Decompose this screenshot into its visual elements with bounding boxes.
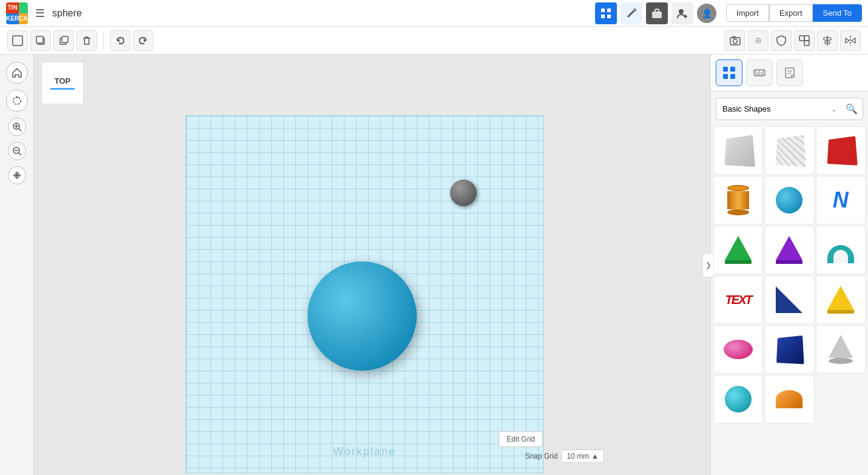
mirror-icon [844, 35, 856, 47]
shape-arch[interactable] [816, 226, 866, 274]
menu-icon[interactable]: ☰ [35, 7, 45, 20]
rotate-view-button[interactable] [6, 90, 28, 112]
camera-tool-button[interactable] [725, 30, 745, 51]
logo-ker: KER [6, 13, 19, 24]
workplane-label: Workplane [333, 445, 396, 458]
design-name[interactable]: sphere [52, 8, 590, 19]
delete-button[interactable] [76, 30, 97, 51]
fit-view-button[interactable] [8, 166, 26, 184]
shape-pyramid-green[interactable] [713, 226, 763, 274]
shield-tool-button[interactable] [771, 30, 792, 51]
red-cube-visual [827, 136, 858, 165]
svg-rect-9 [13, 36, 22, 45]
cone-shape [829, 335, 853, 358]
logo-tin: TIN [6, 2, 19, 13]
duplicate-icon [58, 35, 69, 46]
shape-3d-text[interactable]: TEXT [713, 275, 763, 324]
notes-panel-tab[interactable] [776, 59, 803, 86]
edit-grid-button[interactable]: Edit Grid [499, 431, 543, 447]
shield-icon [775, 35, 787, 47]
svg-rect-47 [730, 67, 735, 72]
undo-button[interactable] [110, 30, 130, 51]
shape-letter-n[interactable]: N [816, 176, 866, 224]
cone-base [829, 358, 853, 364]
shape-box-hatch[interactable] [764, 126, 814, 175]
cylinder-bottom [727, 209, 749, 215]
duplicate-button[interactable] [53, 30, 74, 51]
shape-sphere[interactable] [764, 176, 814, 224]
svg-rect-46 [723, 67, 728, 72]
workplane[interactable]: Workplane [186, 115, 543, 473]
category-dropdown-arrow[interactable]: ⌄ [827, 105, 841, 113]
app-logo[interactable]: TIN KER CAD [6, 2, 28, 24]
group-tool-button[interactable] [794, 30, 815, 51]
wedge-shape [776, 286, 802, 313]
briefcase-icon [651, 7, 663, 19]
home-icon [12, 67, 22, 78]
logo-cad: CAD [19, 13, 28, 24]
hammer-button[interactable] [621, 2, 642, 24]
view-cube[interactable]: TOP [41, 62, 84, 104]
svg-rect-49 [730, 74, 735, 79]
zoom-out-button[interactable] [8, 142, 26, 160]
svg-point-17 [733, 39, 738, 43]
add-person-button[interactable] [671, 2, 693, 24]
shape-red-cube[interactable] [816, 126, 866, 175]
snap-grid-arrow[interactable]: ▲ [591, 452, 599, 460]
orange-shape-visual [776, 390, 802, 408]
notes-icon [783, 66, 796, 79]
export-button[interactable]: Export [769, 4, 813, 22]
ruler-panel-tab[interactable] [746, 59, 773, 86]
view-cube-line [50, 88, 75, 90]
shapes-grid: N [711, 126, 868, 423]
import-button[interactable]: Import [726, 4, 769, 22]
shape-blue-prism[interactable] [764, 325, 814, 374]
new-object-button[interactable] [7, 30, 28, 51]
pyramid-purple-visual [776, 236, 802, 264]
camera-icon [729, 35, 741, 47]
teal-sphere-visual [725, 386, 752, 413]
pyramid-y-base [827, 310, 854, 314]
shape-cylinder[interactable] [713, 176, 763, 224]
svg-point-20 [757, 39, 759, 42]
svg-point-31 [16, 96, 18, 98]
user-avatar[interactable]: 👤 [697, 4, 716, 23]
snap-grid-number: 10 mm [567, 452, 589, 460]
shape-torus-pink[interactable] [713, 325, 763, 374]
align-tool-button[interactable] [817, 30, 838, 51]
zoom-in-button[interactable] [8, 118, 26, 136]
shapes-panel-tab[interactable] [716, 59, 742, 86]
panel-collapse-button[interactable]: ❯ [702, 253, 715, 277]
send-to-button[interactable]: Send To [813, 4, 862, 22]
arch-shape [827, 245, 854, 263]
category-select[interactable]: Basic Shapes [716, 99, 827, 118]
snap-grid-label: Snap Grid [525, 452, 557, 460]
shape-wedge[interactable] [764, 275, 814, 324]
shape-pyramid-yellow[interactable] [816, 275, 866, 324]
zoom-out-icon [12, 146, 22, 156]
zoom-in-icon [12, 122, 22, 132]
shape-pyramid-purple[interactable] [764, 226, 814, 274]
grid-view-button[interactable] [595, 2, 617, 24]
panel-search[interactable]: Basic Shapes ⌄ 🔍 [716, 98, 863, 120]
mirror-tool-button[interactable] [840, 30, 861, 51]
top-right-icons: 👤 [595, 2, 716, 24]
cylinder-body [727, 191, 749, 209]
briefcase-button[interactable] [646, 2, 668, 24]
snap-grid-value[interactable]: 10 mm ▲ [561, 450, 604, 463]
view-cube-label: TOP [55, 76, 71, 86]
shape-gray-cone[interactable] [816, 325, 866, 374]
search-icon[interactable]: 🔍 [841, 98, 863, 120]
home-view-button[interactable] [6, 62, 28, 84]
shape-orange-shape[interactable] [764, 375, 814, 423]
light-tool-button[interactable] [748, 30, 769, 51]
pyramid-y-shape [827, 286, 854, 310]
shape-teal-sphere[interactable] [713, 375, 763, 423]
canvas-area[interactable]: TOP Workplane Edit Grid Snap Grid 10 mm … [34, 55, 710, 475]
pyramid-g-shape [725, 236, 752, 260]
sphere-big[interactable] [308, 261, 417, 371]
sphere-small[interactable] [450, 180, 477, 206]
shape-box[interactable] [713, 126, 763, 175]
copy-button[interactable] [30, 30, 51, 51]
redo-button[interactable] [133, 30, 153, 51]
